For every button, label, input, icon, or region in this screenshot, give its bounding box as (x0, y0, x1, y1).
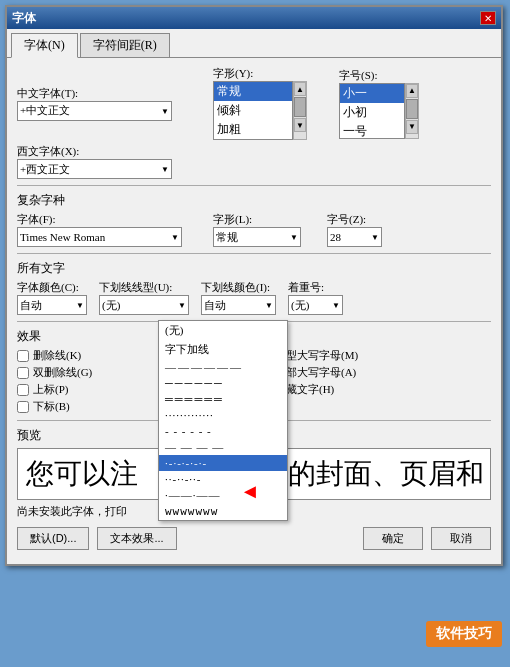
ok-button[interactable]: 确定 (363, 527, 423, 550)
size-scroll-down[interactable]: ▼ (406, 120, 418, 134)
superscript-checkbox[interactable] (17, 384, 29, 396)
emphasis-select[interactable]: (无) ▼ (288, 295, 343, 315)
underline-color-select[interactable]: 自动 ▼ (201, 295, 276, 315)
underline-option-dash[interactable]: - - - - - - (159, 423, 287, 439)
underline-color-label: 下划线颜色(I): (201, 280, 276, 295)
western-font-arrow: ▼ (161, 165, 169, 174)
underline-option-solid[interactable]: —————— (159, 359, 287, 375)
red-arrow-indicator: ◄ (240, 480, 260, 503)
strikethrough-checkbox[interactable] (17, 350, 29, 362)
underline-option-long-dash[interactable]: — — — — (159, 439, 287, 455)
size-scroll-thumb[interactable] (406, 99, 418, 119)
font-f-arrow: ▼ (171, 233, 179, 242)
style-scroll-up[interactable]: ▲ (294, 82, 306, 96)
close-button[interactable]: ✕ (480, 11, 496, 25)
bottom-buttons: 默认(D)... 文本效果... 确定 取消 (17, 527, 491, 556)
chinese-font-label: 中文字体(T): (17, 86, 197, 101)
underline-dropdown[interactable]: (无) 字下加线 —————— ────── ══════ ··········… (158, 320, 288, 521)
underline-type-label: 下划线线型(U): (99, 280, 189, 295)
font-f-label: 字体(F): (17, 212, 197, 227)
style-scrollbar[interactable]: ▲ ▼ (293, 81, 307, 140)
style-italic[interactable]: 倾斜 (214, 101, 292, 120)
underline-type-select[interactable]: (无) ▼ (99, 295, 189, 315)
western-font-select[interactable]: +西文正文 ▼ (17, 159, 172, 179)
font-style-list: 常规 倾斜 加粗 (213, 81, 293, 140)
chinese-font-row: 中文字体(T): +中文正文 ▼ 字形(Y): 常规 倾斜 加粗 (17, 66, 491, 140)
double-strikethrough-label: 双删除线(G) (33, 365, 92, 380)
complex-font-row: 字体(F): Times New Roman ▼ 字形(L): 常规 ▼ 字号(… (17, 212, 491, 247)
title-bar: 字体 ✕ (7, 7, 501, 29)
underline-option-wave[interactable]: wwwwwww (159, 503, 287, 520)
font-color-label: 字体颜色(C): (17, 280, 87, 295)
font-f-select[interactable]: Times New Roman ▼ (17, 227, 182, 247)
preview-text-right: 的封面、页眉和 (288, 455, 484, 493)
size-yihao[interactable]: 一号 (340, 122, 404, 139)
default-button[interactable]: 默认(D)... (17, 527, 89, 550)
style-bold[interactable]: 加粗 (214, 120, 292, 139)
dialog-title: 字体 (12, 10, 36, 27)
subscript-checkbox[interactable] (17, 401, 29, 413)
superscript-label: 上标(P) (33, 382, 68, 397)
emphasis-arrow: ▼ (332, 301, 340, 310)
watermark-badge: 软件技巧 (426, 621, 502, 647)
tab-bar: 字体(N) 字符间距(R) (7, 29, 501, 58)
western-font-row: 西文字体(X): +西文正文 ▼ (17, 144, 491, 179)
font-z-arrow: ▼ (371, 233, 379, 242)
effect-hidden: 隐藏文字(H) (259, 382, 491, 397)
cancel-button[interactable]: 取消 (431, 527, 491, 550)
size-scroll-up[interactable]: ▲ (406, 84, 418, 98)
underline-arrow: ▼ (178, 301, 186, 310)
underline-option-thick[interactable]: ────── (159, 375, 287, 391)
font-style-l-label: 字形(L): (213, 212, 313, 227)
western-font-label: 西文字体(X): (17, 144, 172, 159)
font-style-label: 字形(Y): (213, 66, 323, 81)
underline-option-complex[interactable]: ·——·—— (159, 487, 287, 503)
font-size-list-container: 小一 小初 一号 小一 ▲ ▼ (339, 83, 419, 139)
double-strikethrough-checkbox[interactable] (17, 367, 29, 379)
font-size-list: 小一 小初 一号 小一 (339, 83, 405, 139)
font-style-list-container: 常规 倾斜 加粗 ▲ ▼ (213, 81, 307, 140)
chinese-font-select[interactable]: +中文正文 ▼ (17, 101, 172, 121)
tab-font[interactable]: 字体(N) (11, 33, 78, 58)
style-scroll-down[interactable]: ▼ (294, 118, 306, 132)
subscript-label: 下标(B) (33, 399, 70, 414)
font-size-z-select[interactable]: 28 ▼ (327, 227, 382, 247)
underline-option-dot[interactable]: ············· (159, 407, 287, 423)
tab-spacing[interactable]: 字符间距(R) (80, 33, 170, 57)
font-size-label: 字号(S): (339, 68, 419, 83)
emphasis-label: 着重号: (288, 280, 343, 295)
style-regular[interactable]: 常规 (214, 82, 292, 101)
size-xiaochu[interactable]: 小初 (340, 103, 404, 122)
effect-all-caps: 全部大写字母(A) (259, 365, 491, 380)
underline-option-double[interactable]: ══════ (159, 391, 287, 407)
chinese-font-arrow: ▼ (161, 106, 169, 115)
underline-option-dot-dot-dash[interactable]: ··-··-··- (159, 471, 287, 487)
effect-small-caps: 小型大写字母(M) (259, 348, 491, 363)
underline-option-none[interactable]: (无) (159, 321, 287, 340)
strikethrough-label: 删除线(K) (33, 348, 81, 363)
font-size-z-label: 字号(Z): (327, 212, 392, 227)
size-xiayi[interactable]: 小一 (340, 84, 404, 103)
underline-option-dot-dash[interactable]: ·-·-·-·-·- (159, 455, 287, 471)
font-color-select[interactable]: 自动 ▼ (17, 295, 87, 315)
text-effect-button[interactable]: 文本效果... (97, 527, 176, 550)
all-text-section-label: 所有文字 (17, 260, 491, 277)
font-style-l-select[interactable]: 常规 ▼ (213, 227, 301, 247)
complex-font-section-label: 复杂字种 (17, 192, 491, 209)
divider-2 (17, 253, 491, 254)
underline-option-text[interactable]: 字下加线 (159, 340, 287, 359)
size-scrollbar[interactable]: ▲ ▼ (405, 83, 419, 139)
all-text-row: 字体颜色(C): 自动 ▼ 下划线线型(U): (无) ▼ 下划线颜色(I): … (17, 280, 491, 315)
color-arrow: ▼ (76, 301, 84, 310)
font-l-arrow: ▼ (290, 233, 298, 242)
divider-1 (17, 185, 491, 186)
underline-color-arrow: ▼ (265, 301, 273, 310)
preview-text-left: 您可以注 (26, 455, 138, 493)
style-scroll-thumb[interactable] (294, 97, 306, 117)
